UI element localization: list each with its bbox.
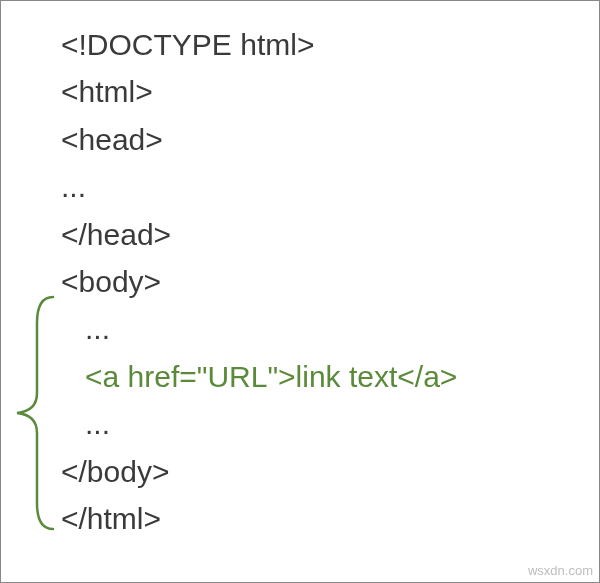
watermark-text: wsxdn.com: [528, 563, 593, 578]
code-line-body-ellipsis-2: ...: [61, 400, 457, 447]
code-line-head-ellipsis: ...: [61, 163, 457, 210]
code-line-body-close: </body>: [61, 448, 457, 495]
html-code-example: <!DOCTYPE html> <html> <head> ... </head…: [61, 21, 457, 542]
code-line-anchor-tag: <a href="URL">link text</a>: [61, 353, 457, 400]
code-line-body-ellipsis-1: ...: [61, 305, 457, 352]
code-line-doctype: <!DOCTYPE html>: [61, 21, 457, 68]
curly-brace-icon: [9, 293, 57, 533]
code-line-html-open: <html>: [61, 68, 457, 115]
code-line-body-open: <body>: [61, 258, 457, 305]
code-line-head-open: <head>: [61, 116, 457, 163]
code-line-html-close: </html>: [61, 495, 457, 542]
code-line-head-close: </head>: [61, 211, 457, 258]
